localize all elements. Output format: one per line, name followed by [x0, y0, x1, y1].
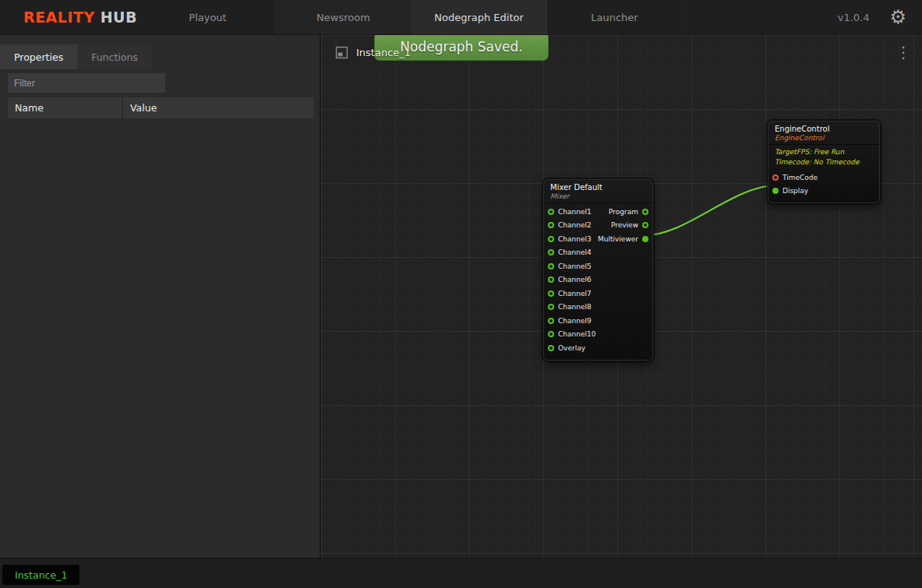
node-title: EngineControl	[775, 125, 873, 134]
output-pin-program[interactable]	[642, 209, 648, 215]
node-subtitle: Mixer	[550, 192, 646, 201]
pin-label: Channel4	[558, 248, 592, 256]
mixer-outputs: Program Preview Multiviewer	[544, 205, 652, 246]
tab-playout[interactable]: Playout	[140, 0, 276, 34]
input-pin-display[interactable]	[772, 188, 779, 194]
column-header-name[interactable]: Name	[8, 97, 122, 118]
node-body: Channel1 Channel2 Channel3 Channel4 Chan…	[544, 203, 652, 360]
version-label: v1.0.4	[838, 12, 870, 23]
node-info: TargetFPS: Free Run Timecode: No Timecod…	[768, 145, 879, 169]
input-pin-channel8[interactable]	[548, 304, 554, 310]
canvas-header: Instance_1	[335, 46, 411, 59]
app-logo: REALITY HUB	[0, 0, 140, 34]
pin-label: Channel6	[558, 276, 592, 283]
pin-label: Multiviewer	[598, 235, 638, 243]
canvas-instance-label: Instance_1	[356, 47, 411, 58]
main-nav: Playout Newsroom Nodegraph Editor Launch…	[140, 0, 683, 34]
input-pin-channel9[interactable]	[548, 318, 554, 324]
info-timecode: Timecode: No Timecode	[775, 157, 873, 167]
input-pin-channel7[interactable]	[548, 290, 554, 297]
tab-launcher[interactable]: Launcher	[547, 0, 683, 34]
input-pin-channel4[interactable]	[548, 249, 554, 255]
output-pin-multiviewer[interactable]	[642, 236, 648, 242]
pin-label: Preview	[611, 221, 638, 229]
tab-functions[interactable]: Functions	[77, 44, 152, 69]
gear-icon[interactable]: ⚙	[889, 8, 906, 26]
content-area: Properties Functions Name Value Instance…	[0, 35, 922, 558]
app-root: REALITY HUB Playout Newsroom Nodegraph E…	[0, 0, 922, 588]
node-body: TimeCode Display	[768, 169, 879, 202]
pin-label: Display	[782, 187, 808, 195]
nodegraph-canvas[interactable]: Instance_1 Nodegraph Saved. ⋮ Mixer Defa…	[321, 35, 922, 558]
input-pin-timecode[interactable]	[772, 174, 779, 181]
node-header[interactable]: Mixer Default Mixer	[544, 180, 652, 203]
sidebar-tabs: Properties Functions	[0, 35, 320, 69]
input-pin-channel10[interactable]	[548, 331, 554, 337]
fit-view-icon[interactable]	[335, 46, 348, 59]
pin-label: Channel7	[558, 290, 592, 298]
input-pin-channel6[interactable]	[548, 276, 554, 283]
logo-hub: HUB	[101, 9, 137, 26]
canvas-menu-icon[interactable]: ⋮	[896, 44, 911, 60]
input-pin-overlay[interactable]	[548, 345, 554, 351]
pin-label: Program	[609, 208, 638, 216]
tab-newsroom[interactable]: Newsroom	[276, 0, 412, 34]
pin-label: Overlay	[558, 344, 585, 352]
pin-label: Channel9	[558, 317, 592, 325]
column-header-value[interactable]: Value	[123, 97, 313, 118]
filter-input[interactable]	[8, 73, 165, 93]
pin-label: Channel10	[558, 330, 595, 338]
topbar: REALITY HUB Playout Newsroom Nodegraph E…	[0, 0, 922, 35]
node-subtitle: EngineControl	[775, 134, 873, 143]
node-title: Mixer Default	[550, 183, 646, 192]
properties-table-header: Name Value	[8, 97, 313, 118]
info-target-fps: TargetFPS: Free Run	[775, 147, 873, 157]
instance-tab[interactable]: Instance_1	[2, 565, 79, 585]
properties-sidebar: Properties Functions Name Value	[0, 35, 321, 558]
topbar-right: v1.0.4 ⚙	[838, 0, 922, 34]
input-pin-channel5[interactable]	[548, 263, 554, 269]
tab-nodegraph-editor[interactable]: Nodegraph Editor	[412, 0, 547, 34]
output-pin-preview[interactable]	[642, 222, 648, 228]
tab-properties[interactable]: Properties	[0, 44, 77, 69]
wire-multiviewer-to-display[interactable]	[645, 185, 777, 235]
node-engine-control[interactable]: EngineControl EngineControl TargetFPS: F…	[768, 121, 880, 203]
node-header[interactable]: EngineControl EngineControl	[768, 121, 879, 145]
pin-label: Channel5	[558, 262, 592, 270]
properties-table-body	[0, 118, 320, 508]
logo-reality: REALITY	[23, 9, 95, 26]
node-mixer-default[interactable]: Mixer Default Mixer Channel1 Channel2 Ch…	[543, 179, 653, 361]
pin-label: Channel8	[558, 303, 592, 311]
statusbar: Instance_1	[0, 558, 922, 588]
pin-label: TimeCode	[782, 174, 818, 181]
